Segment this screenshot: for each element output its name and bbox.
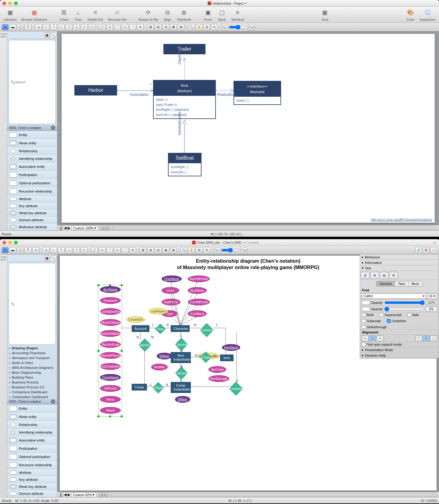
attr-itemname[interactable]: ItemName (222, 344, 240, 351)
zoom-value2[interactable]: Custom 62% ▾ (71, 492, 96, 497)
section-header[interactable]: ERD, Chen's notation× (7, 125, 57, 131)
class-washable[interactable]: <<interface>>Washable wash ( ) (234, 81, 281, 105)
shape-item[interactable]: Multivalue attribute (7, 224, 57, 231)
attr-charname[interactable]: CharName (162, 275, 182, 282)
tool-ellipse[interactable]: ◯ (17, 24, 24, 30)
close-icon[interactable]: × (51, 126, 55, 130)
opacity-slider1[interactable] (384, 300, 425, 305)
tool-x1[interactable]: ⊞ (147, 24, 154, 30)
shape-item[interactable]: Identifying relationship (7, 155, 57, 163)
tool-g1[interactable]: ⊞ (140, 247, 146, 253)
valign-mid[interactable]: ≡ (423, 336, 430, 341)
attr-idnum2[interactable]: IDNum (175, 396, 190, 403)
tool-g3[interactable]: ⊡ (155, 247, 162, 253)
zoom-value[interactable]: Custom 108% ▾ (71, 226, 98, 230)
zoom-icon[interactable] (14, 2, 18, 5)
tool-line3[interactable]: ⌒ (114, 24, 121, 30)
close-icon[interactable]: × (51, 399, 55, 404)
tb-grid[interactable]: ▦Grid (319, 7, 331, 22)
shape-item[interactable]: Recursive relationship (7, 187, 57, 196)
attribution-link[interactable]: http://sce2.umkc.edu/BIT/burrise/pl/mode… (371, 218, 432, 221)
expand-icon[interactable]: ⤢ (433, 240, 437, 245)
stroke-swatch[interactable] (362, 307, 370, 311)
zoom-out[interactable]: 🔍− (221, 24, 228, 30)
shape-item[interactable]: Identifying relationship (7, 429, 57, 436)
tool-l4[interactable]: ∿ (114, 247, 121, 253)
insp-behaviour[interactable]: ▸ Behaviour (360, 254, 439, 260)
tool-conn1[interactable]: ↘ (35, 24, 42, 30)
opacity-value1[interactable]: 100% (426, 301, 437, 305)
tool-l6[interactable]: ✦ (129, 247, 136, 253)
attr-acctcreatedon[interactable]: AcctCreatedOn (100, 363, 121, 370)
tb-distribute[interactable]: ⊞Distribute (175, 7, 193, 22)
tb-rotate[interactable]: ⟳Rotate & Flip (137, 7, 160, 22)
fmt-underline[interactable]: A (361, 272, 369, 279)
shape-item[interactable]: Recursive relationship (7, 461, 57, 469)
tool-g5[interactable]: ⊞ (170, 247, 177, 253)
rel-carrying1[interactable]: Carrying (175, 338, 188, 351)
attr-itemtype[interactable]: ItemType (209, 366, 226, 373)
shape-item[interactable]: Derived attribute (7, 490, 57, 497)
attr-sbscrbraddress[interactable]: SbscrbrAddress (100, 330, 121, 337)
tool-g4[interactable]: ⊠ (162, 247, 169, 253)
class-sailboat[interactable]: SailBoat turnRight ( ) turnLeft ( ) (168, 153, 202, 176)
tool-eye2[interactable]: ✎ (203, 247, 210, 253)
fill-swatch[interactable] (362, 301, 370, 305)
close-icon[interactable] (2, 241, 6, 244)
tool-line6[interactable]: ✦ (137, 24, 144, 30)
inspector-panel[interactable]: ▸ Behaviour ▸ Information ▾ Text A A̶ ▭ … (360, 254, 439, 358)
tb-back[interactable]: ▢Back (216, 7, 228, 22)
chk-super[interactable]: Superscript (380, 313, 402, 317)
search-input[interactable] (15, 80, 57, 84)
opacity-slider2[interactable] (384, 307, 425, 311)
tool-zoom2[interactable]: 🔍 (180, 247, 187, 253)
tool-x4[interactable]: ⊠ (170, 24, 177, 30)
attr-sbscrbrphone[interactable]: SbscrbrPhone (100, 352, 121, 359)
tool-x5[interactable]: ⊞ (178, 24, 184, 30)
minimize-icon[interactable] (8, 241, 12, 244)
tb-reverse-link[interactable]: ⇄Reverse link (106, 7, 129, 22)
shape-item[interactable]: Weak key attribute (7, 483, 57, 490)
tool-line5[interactable]: ⌒ (129, 24, 136, 30)
tool-crop[interactable]: ⊡ (203, 24, 210, 30)
tool-conn8[interactable]: □ (88, 24, 95, 30)
tool-c1[interactable]: ↘ (43, 247, 49, 253)
section-header2[interactable]: ERD, Chen's notation× (7, 399, 57, 405)
tool-conn3[interactable]: └ (50, 24, 57, 30)
tb-browse[interactable]: ▦Browse Solutions (20, 7, 49, 22)
tool-l5[interactable]: ⌒ (122, 247, 128, 253)
entity-creep[interactable]: Creep (132, 384, 147, 391)
tool-c6[interactable]: □ (81, 247, 87, 253)
tree-item[interactable]: AWS Architecture Diagrams (7, 365, 57, 370)
tool-select[interactable]: ↖ (2, 247, 9, 253)
attr-attack[interactable]: Attack (100, 407, 121, 414)
shape-item[interactable]: Weak entity (7, 413, 57, 421)
tb-tree[interactable]: ⟂Tree (72, 7, 84, 22)
tb-front[interactable]: ▣Front (202, 7, 214, 22)
shape-item[interactable]: Weak key attribute (7, 210, 57, 217)
tool-c5[interactable]: └ (73, 247, 80, 253)
page-tabs[interactable]: ▢▢▢ (99, 226, 111, 230)
tab-more[interactable]: More (409, 281, 422, 286)
align-left[interactable]: ≡ (362, 336, 369, 341)
info[interactable]: ⓘ (430, 247, 437, 253)
fmt-highlight[interactable]: ▭ (380, 272, 388, 279)
search-input2[interactable] (15, 302, 57, 306)
tb-delete-link[interactable]: ✖Delete link (86, 7, 105, 22)
align-center[interactable]: ≡ (369, 336, 376, 341)
tab-tabs[interactable]: Tabs (395, 281, 408, 286)
zoom-icon[interactable] (14, 241, 18, 244)
chk-italic[interactable]: Italic (408, 313, 419, 317)
tool-conn2[interactable]: ⌐ (43, 24, 49, 30)
tool-line2[interactable]: ∿ (106, 24, 113, 30)
tool-line4[interactable]: ∿ (122, 24, 128, 30)
tree-item[interactable]: Comparison Dashboard (7, 390, 57, 394)
tool-hand2[interactable]: ✋ (188, 247, 195, 253)
nav-prev[interactable]: ◀ (64, 226, 66, 230)
view-grid[interactable]: ▦ (44, 255, 50, 261)
attr-idnum[interactable]: IDNum (157, 353, 172, 359)
rel-carrying2[interactable]: Carrying (175, 367, 188, 380)
insp-information[interactable]: ▸ Information (360, 260, 439, 265)
shape-item[interactable]: Entity (7, 131, 57, 139)
shape-item[interactable]: Associative entity (7, 163, 57, 171)
